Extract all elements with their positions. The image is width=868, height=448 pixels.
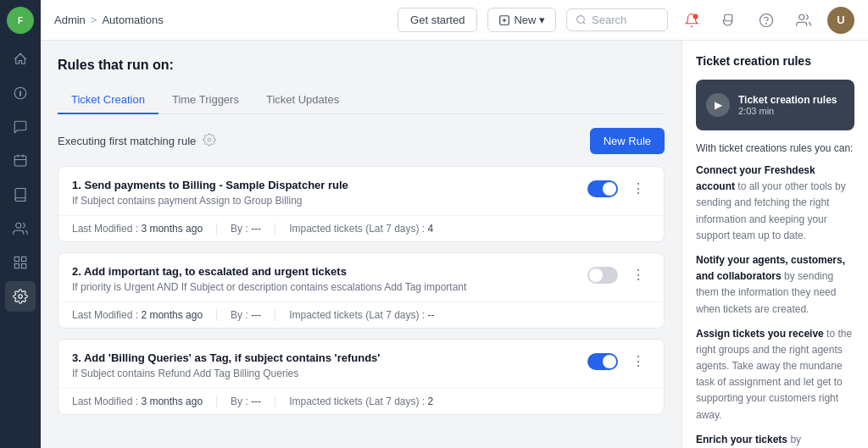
content-area: Rules that run on: Ticket Creation Time … (41, 41, 868, 448)
gear-icon[interactable] (203, 133, 216, 149)
topnav: Admin > Automations Get started New ▾ Se… (41, 0, 868, 41)
rule-2-subtitle: If priority is Urgent AND If Subject or … (72, 281, 466, 293)
svg-rect-7 (22, 257, 26, 261)
panel-paragraph-1: Connect your Freshdesk account to all yo… (696, 163, 854, 244)
rule-card-2: 2. Add important tag, to escalated and u… (58, 252, 665, 329)
rule-3-toggle[interactable] (587, 353, 618, 370)
svg-text:i: i (19, 91, 21, 97)
rule-3-impacted: Impacted tickets (Lat 7 days) : 2 (275, 395, 447, 407)
svg-rect-4 (14, 156, 26, 166)
new-button[interactable]: New ▾ (487, 8, 556, 32)
rule-2-footer: Last Modified : 2 months ago By : --- Im… (58, 301, 664, 328)
sidebar-icon-chat[interactable] (5, 112, 36, 142)
panel-paragraph-2: Notify your agents, customers, and colla… (696, 252, 854, 318)
rule-2-title: 2. Add important tag, to escalated and u… (72, 265, 466, 278)
svg-point-10 (19, 295, 23, 299)
main-content: Admin > Automations Get started New ▾ Se… (41, 0, 868, 448)
tab-time-triggers[interactable]: Time Triggers (159, 86, 253, 114)
toolbar: Executing first matching rule New Rule (58, 128, 665, 154)
rule-1-toggle[interactable] (587, 180, 618, 197)
rule-2-modified: Last Modified : 2 months ago (72, 309, 216, 321)
megaphone-icon[interactable] (715, 7, 743, 34)
rule-1-subtitle: If Subject contains payment Assign to Gr… (72, 195, 348, 207)
svg-rect-8 (14, 264, 19, 268)
svg-point-5 (16, 223, 21, 228)
tab-ticket-updates[interactable]: Ticket Updates (253, 86, 353, 114)
rule-3-by: By : --- (217, 395, 275, 407)
get-started-button[interactable]: Get started (398, 8, 477, 32)
help-icon[interactable] (753, 7, 780, 34)
svg-point-15 (766, 23, 767, 24)
breadcrumb-separator: > (91, 14, 97, 26)
sidebar-icon-tickets[interactable] (5, 146, 36, 176)
page-title: Rules that run on: (58, 58, 665, 73)
rule-3-footer: Last Modified : 3 months ago By : --- Im… (58, 388, 664, 414)
panel-paragraph-4: Enrich your tickets by automatically set… (696, 432, 854, 448)
svg-point-17 (208, 138, 211, 141)
rule-1-footer: Last Modified : 3 months ago By : --- Im… (58, 215, 664, 241)
rule-1-more-button[interactable]: ⋮ (626, 179, 650, 198)
bell-icon[interactable] (678, 7, 705, 34)
rule-card-3: 3. Add 'Billing Queries' as Tag, if subj… (58, 339, 665, 415)
breadcrumb: Admin > Automations (54, 14, 164, 26)
apps-icon[interactable] (790, 7, 817, 34)
play-button[interactable]: ▶ (706, 93, 730, 117)
sidebar-icon-knowledge[interactable] (5, 180, 36, 210)
video-duration: 2:03 min (738, 106, 837, 116)
rule-1-controls: ⋮ (587, 179, 650, 198)
rule-1-header: 1. Send payments to Billing - Sample Dis… (58, 167, 664, 215)
rule-2-toggle[interactable] (587, 267, 618, 284)
svg-text:F: F (18, 16, 23, 25)
panel-paragraph-3: Assign tickets you receive to the right … (696, 326, 854, 423)
rule-2-more-button[interactable]: ⋮ (626, 265, 650, 285)
new-rule-button[interactable]: New Rule (590, 128, 665, 154)
rule-2-header: 2. Add important tag, to escalated and u… (58, 253, 664, 301)
search-placeholder: Search (592, 14, 626, 26)
rule-card-1: 1. Send payments to Billing - Sample Dis… (58, 166, 665, 242)
sidebar-logo[interactable]: F (7, 7, 34, 34)
sidebar-icon-home[interactable] (5, 44, 36, 75)
video-title: Ticket creation rules (738, 94, 837, 106)
rule-1-title: 1. Send payments to Billing - Sample Dis… (72, 179, 348, 191)
new-button-label: New ▾ (514, 14, 545, 26)
video-info: Ticket creation rules 2:03 min (738, 94, 837, 116)
rule-1-by: By : --- (217, 223, 275, 235)
svg-rect-6 (14, 257, 19, 261)
panel-section-title: With ticket creations rules you can: (696, 142, 854, 154)
rule-2-controls: ⋮ (587, 265, 650, 285)
rule-3-subtitle: If Subject contains Refund Add Tag Billi… (72, 368, 380, 379)
sidebar-icon-reports[interactable] (5, 247, 36, 278)
toolbar-left: Executing first matching rule (58, 133, 216, 149)
right-panel: Ticket creation rules ▶ Ticket creation … (682, 41, 868, 448)
tab-ticket-creation[interactable]: Ticket Creation (58, 86, 159, 114)
tabs: Ticket Creation Time Triggers Ticket Upd… (58, 86, 665, 114)
rule-1-impacted: Impacted tickets (Lat 7 days) : 4 (275, 223, 447, 235)
sidebar-icon-notifications[interactable]: i (5, 78, 36, 108)
svg-point-13 (693, 14, 698, 19)
sidebar-icon-settings[interactable] (5, 281, 36, 312)
page-content: Rules that run on: Ticket Creation Time … (41, 41, 682, 448)
rule-2-by: By : --- (217, 309, 275, 321)
rule-3-controls: ⋮ (587, 351, 650, 371)
rule-1-modified: Last Modified : 3 months ago (72, 223, 216, 235)
rule-3-modified: Last Modified : 3 months ago (72, 395, 216, 407)
svg-rect-9 (22, 264, 26, 268)
avatar[interactable]: U (827, 7, 854, 34)
breadcrumb-automations: Automations (102, 14, 163, 26)
executing-label: Executing first matching rule (58, 135, 196, 147)
rule-3-title: 3. Add 'Billing Queries' as Tag, if subj… (72, 351, 380, 364)
sidebar-icon-contacts[interactable] (5, 213, 36, 244)
rule-2-impacted: Impacted tickets (Lat 7 days) : -- (275, 309, 448, 321)
rule-3-header: 3. Add 'Billing Queries' as Tag, if subj… (58, 340, 664, 388)
svg-point-16 (799, 14, 804, 19)
rule-3-more-button[interactable]: ⋮ (626, 351, 650, 371)
sidebar: F i (0, 0, 41, 448)
search-box[interactable]: Search (566, 8, 668, 31)
panel-video[interactable]: ▶ Ticket creation rules 2:03 min (696, 80, 854, 130)
svg-point-12 (577, 16, 585, 24)
svg-point-14 (760, 14, 773, 26)
panel-title: Ticket creation rules (696, 54, 854, 68)
breadcrumb-admin[interactable]: Admin (54, 14, 86, 26)
